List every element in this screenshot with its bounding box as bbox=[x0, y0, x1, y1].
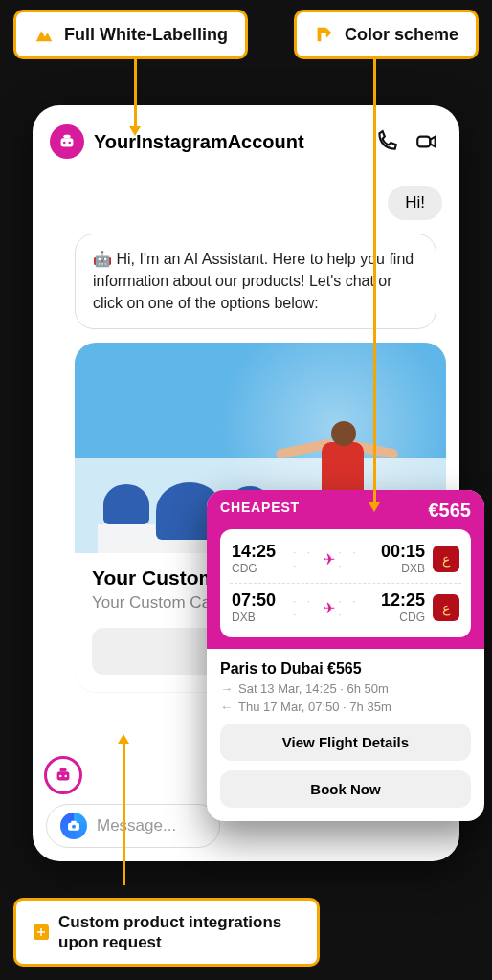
flight-title: Paris to Dubai €565 bbox=[220, 660, 471, 678]
dep-time: 07:50 bbox=[232, 591, 293, 609]
callout-integrations: Custom product integrations upon request bbox=[13, 898, 320, 968]
dep-code: DXB bbox=[232, 611, 293, 624]
arr-code: CDG bbox=[364, 611, 425, 624]
arr-time: 12:25 bbox=[364, 591, 425, 609]
callout-white-label-text: Full White-Labelling bbox=[64, 25, 228, 45]
connector-line bbox=[373, 59, 376, 504]
brand-avatar[interactable] bbox=[50, 124, 84, 159]
dep-code: CDG bbox=[232, 562, 293, 575]
callout-white-label: Full White-Labelling bbox=[13, 10, 248, 59]
flight-return-summary: ←Thu 17 Mar, 07:50 · 7h 35m bbox=[220, 700, 471, 714]
callout-color-scheme: Color scheme bbox=[294, 10, 479, 59]
arr-code: DXB bbox=[364, 562, 425, 575]
flight-leg-return: 07:50 DXB · · ·✈· · · 12:25 CDG ع bbox=[230, 583, 461, 632]
svg-rect-12 bbox=[71, 821, 76, 824]
svg-rect-5 bbox=[417, 137, 430, 147]
connector-line bbox=[123, 742, 125, 885]
svg-rect-1 bbox=[61, 138, 74, 146]
view-details-button[interactable]: View Flight Details bbox=[220, 724, 471, 761]
airline-logo: ع bbox=[433, 546, 459, 572]
book-now-button[interactable]: Book Now bbox=[220, 770, 471, 808]
plane-icon: ✈ bbox=[323, 599, 335, 617]
connector-line bbox=[134, 59, 137, 128]
arr-time: 00:15 bbox=[364, 543, 425, 560]
user-message: Hi! bbox=[388, 186, 442, 220]
svg-point-4 bbox=[68, 142, 71, 145]
airline-logo: ع bbox=[433, 594, 459, 621]
svg-point-3 bbox=[63, 142, 66, 145]
arrow-left-icon: ← bbox=[220, 700, 233, 714]
svg-rect-2 bbox=[63, 135, 70, 139]
svg-point-11 bbox=[72, 825, 76, 829]
mountains-icon bbox=[34, 24, 55, 45]
ai-message: 🤖 Hi, I'm an AI Assistant. Here to help … bbox=[75, 234, 436, 329]
plus-icon bbox=[34, 922, 49, 943]
arrow-right-icon: → bbox=[220, 681, 233, 696]
svg-rect-7 bbox=[59, 768, 66, 772]
svg-point-9 bbox=[64, 775, 67, 778]
plane-icon: ✈ bbox=[323, 550, 335, 568]
flight-price: €565 bbox=[429, 500, 472, 522]
camera-icon[interactable] bbox=[60, 813, 87, 839]
callout-color-scheme-text: Color scheme bbox=[345, 25, 458, 45]
flight-outbound-summary: →Sat 13 Mar, 14:25 · 6h 50m bbox=[220, 681, 471, 696]
paint-icon bbox=[314, 24, 335, 45]
svg-rect-6 bbox=[57, 771, 70, 780]
video-call-button[interactable] bbox=[412, 126, 442, 157]
dep-time: 14:25 bbox=[232, 543, 293, 560]
flight-badge: CHEAPEST bbox=[220, 500, 300, 522]
chat-header: YourInstagramAccount bbox=[33, 105, 459, 170]
flight-result-card: CHEAPEST €565 14:25 CDG · · ·✈· · · 00:1… bbox=[207, 490, 484, 821]
assistant-avatar bbox=[44, 756, 82, 794]
flight-leg-outbound: 14:25 CDG · · ·✈· · · 00:15 DXB ع bbox=[230, 535, 461, 583]
callout-integrations-text: Custom product integrations upon request bbox=[58, 912, 300, 953]
message-input[interactable]: Message... bbox=[97, 816, 176, 835]
svg-point-8 bbox=[59, 775, 62, 778]
